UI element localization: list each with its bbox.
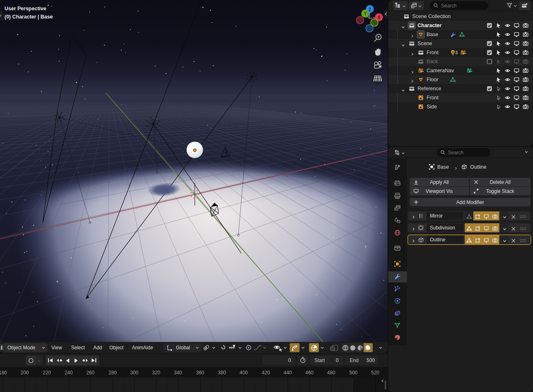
- svg-text:Z: Z: [369, 7, 371, 12]
- svg-text:Y: Y: [364, 11, 367, 16]
- svg-text:X: X: [378, 15, 381, 20]
